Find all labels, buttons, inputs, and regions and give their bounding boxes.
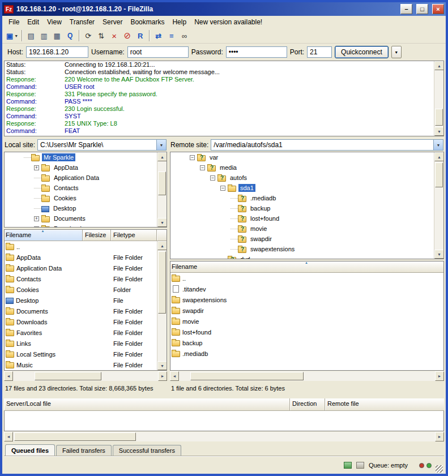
file-row[interactable]: MusicFile Folder [5, 359, 167, 370]
file-row[interactable]: .. [5, 241, 167, 252]
scrollbar-thumb[interactable] [435, 162, 443, 187]
tree-item-swapextensions[interactable]: ?swapextensions [170, 244, 443, 254]
queue-body[interactable] [4, 411, 444, 431]
column-filetype[interactable]: Filetype [111, 230, 157, 241]
file-row[interactable]: DocumentsFile Folder [5, 306, 167, 316]
maximize-button[interactable]: □ [416, 4, 428, 14]
synchronized-browsing-icon[interactable]: ≡ [165, 29, 178, 42]
tree-item-documents[interactable]: +Documents [5, 213, 167, 224]
site-manager-dropdown-icon[interactable]: ▼ [14, 34, 18, 38]
local-site-combo[interactable]: C:\Users\Mr Sparkle\ ▼ [37, 139, 167, 151]
column-filename[interactable]: Filename▲ [170, 261, 443, 273]
expand-icon[interactable]: + [34, 226, 39, 228]
combo-dropdown-icon[interactable]: ▼ [433, 140, 443, 150]
scrollbar-thumb[interactable] [158, 251, 166, 314]
menu-bookmarks[interactable]: Bookmarks [126, 17, 168, 27]
tree-item-autofs[interactable]: −?autofs [170, 173, 443, 183]
scrollbar-track[interactable] [13, 432, 435, 441]
local-directory-tree[interactable]: Mr Sparkle +AppData Application Data Con… [4, 152, 167, 228]
resize-grip[interactable] [436, 465, 443, 473]
close-button[interactable]: × [432, 4, 444, 14]
tree-item-mediadb[interactable]: ?.mediadb [170, 193, 443, 203]
tab-queued-files[interactable]: Queued files [5, 444, 55, 456]
tree-item-movie[interactable]: ?movie [170, 224, 443, 234]
remote-horizontal-scrollbar[interactable]: ◄ ► [170, 371, 444, 381]
scroll-right-button[interactable]: ► [435, 371, 444, 381]
tree-item-mr-sparkle[interactable]: Mr Sparkle [5, 152, 167, 162]
file-row[interactable]: movie [170, 316, 443, 327]
collapse-icon[interactable]: − [190, 155, 195, 160]
collapse-icon[interactable]: − [210, 175, 215, 181]
expand-icon[interactable]: + [34, 216, 39, 221]
scroll-left-button[interactable]: ◄ [170, 371, 179, 381]
tree-item-var[interactable]: −?var [170, 152, 443, 162]
scrollbar-track[interactable] [434, 161, 443, 250]
title-bar[interactable]: Fz 192.168.1.20 - root@192.168.1.20 - Fi… [2, 2, 446, 16]
refresh-icon[interactable]: ⟳ [82, 29, 95, 42]
log-vertical-scrollbar[interactable]: ▲ ▼ [434, 61, 443, 136]
file-row[interactable]: ContactsFile Folder [5, 273, 167, 284]
combo-dropdown-icon[interactable]: ▼ [156, 140, 166, 150]
tree-item-application-data[interactable]: Application Data [5, 173, 167, 183]
column-direction[interactable]: Direction [290, 398, 325, 411]
menu-transfer[interactable]: Transfer [66, 17, 99, 27]
scroll-down-button[interactable]: ▼ [434, 127, 444, 136]
file-row[interactable]: swapdir [170, 305, 443, 316]
scroll-left-button[interactable]: ◄ [4, 432, 13, 441]
toggle-local-tree-icon[interactable]: ▥ [37, 29, 50, 42]
tree-item-swapdir[interactable]: ?swapdir [170, 234, 443, 244]
quickconnect-button[interactable]: Quickconnect [335, 46, 389, 58]
scroll-down-button[interactable]: ▼ [157, 218, 167, 227]
menu-file[interactable]: File [5, 17, 23, 27]
scroll-left-button[interactable]: ◄ [4, 371, 13, 381]
process-queue-icon[interactable]: ⇅ [95, 29, 108, 42]
tree-item-dvd[interactable]: ?dvd [170, 254, 443, 259]
scrollbar-thumb[interactable] [35, 372, 101, 380]
column-server-local-file[interactable]: Server/Local file [4, 398, 290, 411]
username-input[interactable] [127, 46, 189, 58]
column-filesize[interactable]: Filesize [83, 230, 111, 241]
scrollbar-thumb[interactable] [435, 109, 443, 126]
menu-help[interactable]: Help [168, 17, 190, 27]
menu-new-version[interactable]: New version available! [190, 17, 266, 27]
disconnect-icon[interactable]: ⊘ [121, 29, 134, 42]
scroll-right-button[interactable]: ► [435, 432, 444, 441]
password-input[interactable] [226, 46, 287, 58]
scrollbar-thumb[interactable] [158, 171, 166, 195]
scroll-down-button[interactable]: ▼ [157, 361, 167, 370]
find-files-icon[interactable]: ∞ [178, 29, 191, 42]
remote-tree-vertical-scrollbar[interactable]: ▲ ▼ [434, 152, 443, 259]
file-row[interactable]: Local SettingsFile Folder [5, 349, 167, 359]
scroll-right-button[interactable]: ► [158, 371, 167, 381]
scrollbar-track[interactable] [179, 371, 435, 381]
file-row[interactable]: .titandev [170, 284, 443, 294]
port-input[interactable] [307, 46, 332, 58]
scroll-up-button[interactable]: ▲ [157, 241, 167, 250]
tree-item-cookies[interactable]: Cookies [5, 193, 167, 203]
toggle-transfer-queue-icon[interactable]: Q [63, 29, 76, 42]
cancel-operation-icon[interactable]: × [108, 29, 121, 42]
column-remote-file[interactable]: Remote file [325, 398, 444, 411]
expand-icon[interactable]: + [34, 165, 39, 170]
column-filename[interactable]: Filename▲ [5, 230, 83, 241]
file-row[interactable]: DownloadsFile Folder [5, 316, 167, 327]
tree-item-sda1[interactable]: −sda1 [170, 183, 443, 193]
tree-item-appdata[interactable]: +AppData [5, 162, 167, 173]
tab-failed-transfers[interactable]: Failed transfers [56, 445, 112, 456]
scroll-up-button[interactable]: ▲ [434, 61, 444, 70]
tab-successful-transfers[interactable]: Successful transfers [113, 445, 181, 456]
tree-item-desktop[interactable]: Desktop [5, 203, 167, 213]
tree-item-backup[interactable]: ?backup [170, 203, 443, 213]
collapse-icon[interactable]: − [200, 165, 205, 170]
local-tree-vertical-scrollbar[interactable]: ▲ ▼ [157, 152, 167, 227]
local-horizontal-scrollbar[interactable]: ◄ ► [4, 371, 167, 381]
quickconnect-dropdown-icon[interactable]: ▼ [391, 46, 402, 58]
collapse-icon[interactable]: − [220, 186, 225, 191]
menu-view[interactable]: View [43, 17, 66, 27]
menu-server[interactable]: Server [99, 17, 126, 27]
file-row[interactable]: Application DataFile Folder [5, 263, 167, 273]
local-list-vertical-scrollbar[interactable]: ▲ ▼ [157, 241, 167, 370]
toggle-remote-tree-icon[interactable]: ▦ [50, 29, 63, 42]
scrollbar-track[interactable] [434, 70, 443, 127]
scrollbar-thumb[interactable] [190, 372, 304, 380]
